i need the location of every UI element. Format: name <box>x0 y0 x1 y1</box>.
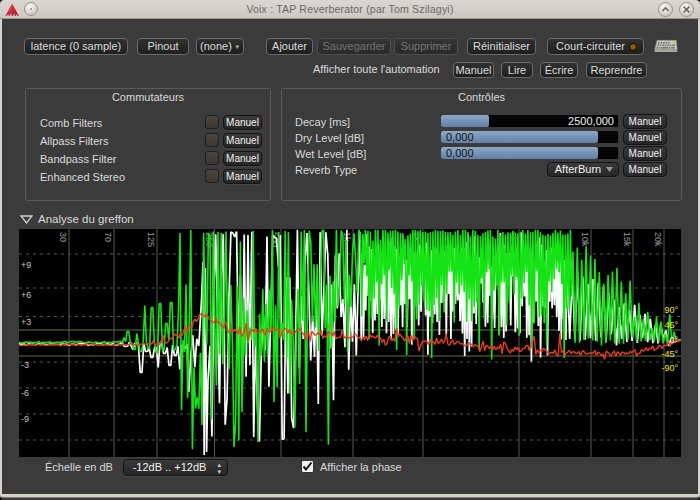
svg-text:-90°: -90° <box>661 363 678 373</box>
svg-text:10k: 10k <box>580 232 590 247</box>
svg-text:-9: -9 <box>21 414 29 424</box>
svg-text:+9: +9 <box>21 260 31 270</box>
svg-text:90°: 90° <box>664 305 678 315</box>
svg-text:+3: +3 <box>21 317 31 327</box>
svg-text:0°: 0° <box>669 335 678 345</box>
svg-text:20k: 20k <box>653 232 663 247</box>
svg-text:-45°: -45° <box>661 349 678 359</box>
svg-text:45°: 45° <box>664 320 678 330</box>
svg-text:125: 125 <box>146 232 156 247</box>
svg-text:-3: -3 <box>21 360 29 370</box>
svg-text:30: 30 <box>58 232 68 242</box>
svg-text:+6: +6 <box>21 290 31 300</box>
svg-text:-6: -6 <box>21 388 29 398</box>
svg-text:70: 70 <box>103 232 113 242</box>
svg-text:15k: 15k <box>622 232 632 247</box>
